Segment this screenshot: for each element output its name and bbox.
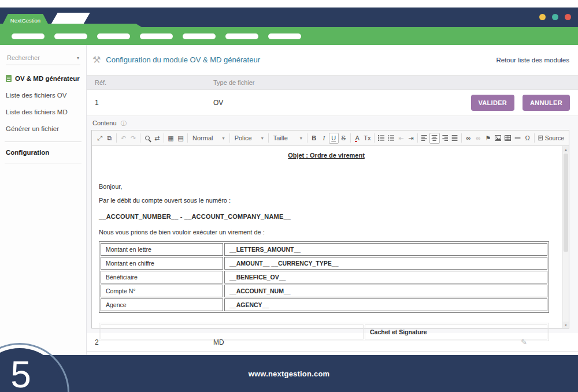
doc-paragraph: Par le débit du compte ouvert sous le nu… xyxy=(99,197,554,204)
contenu-label-row: Contenu ⓘ xyxy=(91,120,569,128)
replace-icon[interactable]: ⇄ xyxy=(152,133,162,144)
empty-cell xyxy=(101,324,364,339)
justify-icon[interactable] xyxy=(450,133,460,144)
remove-format-button[interactable]: Tx xyxy=(362,133,372,144)
table-row: Montant en chiffre __AMOUNT__ __CURRENCY… xyxy=(101,257,547,270)
size-dropdown[interactable]: Taille ▾ xyxy=(271,133,305,144)
font-dropdown[interactable]: Police ▾ xyxy=(232,133,266,144)
detail-value: __LETTERS_AMOUNT__ xyxy=(224,243,547,256)
row-type-value: OV xyxy=(213,99,471,107)
main-menu-bar xyxy=(0,27,578,45)
sidebar-item-ov-md-generateur[interactable]: OV & MD générateur xyxy=(6,75,80,82)
font-dropdown-value: Police xyxy=(235,135,252,141)
redo-icon[interactable]: ↷ xyxy=(128,133,138,144)
text-color-button[interactable]: A xyxy=(353,133,362,144)
top-margin xyxy=(0,0,578,8)
underline-button[interactable]: U xyxy=(329,133,339,144)
bold-button[interactable]: B xyxy=(309,133,319,144)
tools-icon: ⚒ xyxy=(92,54,101,65)
toolbar-separator xyxy=(116,133,117,143)
contenu-label: Contenu xyxy=(92,120,117,126)
nav-item-placeholder[interactable] xyxy=(97,33,130,39)
table-row: Agence __AGENCY__ xyxy=(101,298,547,311)
align-center-icon[interactable] xyxy=(429,133,439,144)
toolbar-separator xyxy=(417,133,418,143)
file-icon xyxy=(6,75,12,82)
sidebar-item-configuration[interactable]: Configuration xyxy=(6,149,80,156)
sidebar-item-liste-fichiers-md[interactable]: Liste des fichiers MD xyxy=(6,109,80,115)
image-icon[interactable] xyxy=(493,133,503,144)
templates-icon[interactable]: ▤ xyxy=(176,133,186,144)
sidebar-item-label: OV & MD générateur xyxy=(15,75,80,82)
doc-greeting: Bonjour, xyxy=(99,183,554,190)
ordered-list-icon[interactable] xyxy=(376,133,386,144)
select-all-icon[interactable]: ▦ xyxy=(166,133,176,144)
toolbar-separator xyxy=(229,133,230,143)
detail-value: __AGENCY__ xyxy=(224,298,547,311)
app-window: NextGestion Rechercher ▾ OV & MD générat… xyxy=(0,0,578,392)
nav-item-placeholder[interactable] xyxy=(268,33,301,39)
size-dropdown-value: Taille xyxy=(273,135,288,141)
editor-scrollbar[interactable]: ▲ ▼ xyxy=(562,146,569,328)
strikethrough-button[interactable]: S xyxy=(339,133,349,144)
window-dot[interactable] xyxy=(539,14,546,20)
table-icon[interactable] xyxy=(503,133,513,144)
sidebar-item-liste-fichiers-ov[interactable]: Liste des fichiers OV xyxy=(6,92,80,99)
window-controls xyxy=(539,14,571,20)
table-row: Cachet et Signature xyxy=(101,324,547,339)
detail-value: __ACCOUNT_NUM__ xyxy=(224,285,547,297)
toolbar-separator xyxy=(187,133,188,143)
special-char-button[interactable]: Ω xyxy=(523,133,532,144)
magnifier-icon xyxy=(145,136,150,140)
signature-cell: Cachet et Signature xyxy=(365,324,547,339)
nav-item-placeholder[interactable] xyxy=(54,33,87,39)
back-to-modules-link[interactable]: Retour liste des modules xyxy=(496,57,569,64)
search-select[interactable]: Rechercher ▾ xyxy=(6,53,80,65)
main-content: ⚒ Configuration du module OV & MD généra… xyxy=(87,45,578,355)
chevron-down-icon: ▾ xyxy=(300,136,302,141)
valider-button[interactable]: VALIDER xyxy=(471,95,515,111)
nav-item-placeholder[interactable] xyxy=(183,33,216,39)
source-button[interactable]: Source xyxy=(536,133,566,144)
nav-item-placeholder[interactable] xyxy=(225,33,258,39)
scroll-down-arrow[interactable]: ▼ xyxy=(563,322,569,328)
detail-label: Agence xyxy=(101,298,223,311)
outdent-icon[interactable]: ⇤ xyxy=(396,133,406,144)
page-title: Configuration du module OV & MD générate… xyxy=(106,55,260,64)
find-icon[interactable] xyxy=(142,133,152,144)
sidebar-item-label: Liste des fichiers MD xyxy=(6,109,68,115)
format-dropdown-value: Normal xyxy=(192,135,213,141)
sidebar-item-label: Liste des fichiers OV xyxy=(6,92,66,99)
align-right-icon[interactable] xyxy=(440,133,450,144)
scrollbar-thumb[interactable] xyxy=(564,154,568,252)
maximize-icon[interactable]: ⤢ xyxy=(95,133,105,144)
annuler-button[interactable]: ANNULER xyxy=(523,95,570,111)
page-number: 5 xyxy=(8,348,31,392)
toolbar-separator xyxy=(164,133,164,143)
transfer-details-table: Montant en lettre __LETTERS_AMOUNT__ Mon… xyxy=(99,241,549,313)
nav-item-placeholder[interactable] xyxy=(140,33,173,39)
window-dot[interactable] xyxy=(565,14,571,20)
doc-paragraph: Nous vous prions de bien vouloir exécute… xyxy=(99,229,554,236)
info-icon[interactable]: ⓘ xyxy=(121,120,127,126)
link-icon[interactable]: ∞ xyxy=(464,133,473,144)
window-dot[interactable] xyxy=(552,14,558,20)
toolbar-separator xyxy=(268,133,269,143)
sidebar-divider xyxy=(5,141,81,142)
scroll-up-arrow[interactable]: ▲ xyxy=(563,146,569,152)
undo-icon[interactable]: ↶ xyxy=(118,133,128,144)
sidebar-item-generer-fichier[interactable]: Générer un fichier xyxy=(6,125,80,132)
anchor-icon[interactable]: ⚑ xyxy=(483,133,493,144)
unordered-list-icon[interactable] xyxy=(386,133,396,144)
editor-canvas[interactable]: Objet : Ordre de virement Bonjour, Par l… xyxy=(92,145,569,328)
italic-button[interactable]: I xyxy=(319,133,329,144)
unlink-icon[interactable]: ∞ xyxy=(473,133,483,144)
indent-icon[interactable]: ⇥ xyxy=(406,133,416,144)
sidebar: Rechercher ▾ OV & MD générateur Liste de… xyxy=(0,45,87,355)
format-dropdown[interactable]: Normal ▾ xyxy=(190,133,228,144)
nav-item-placeholder[interactable] xyxy=(12,33,45,39)
sidebar-item-label: Configuration xyxy=(6,149,49,156)
horizontal-rule-icon[interactable] xyxy=(513,133,523,144)
preview-icon[interactable]: ⧉ xyxy=(105,133,114,144)
align-left-icon[interactable] xyxy=(420,133,429,144)
